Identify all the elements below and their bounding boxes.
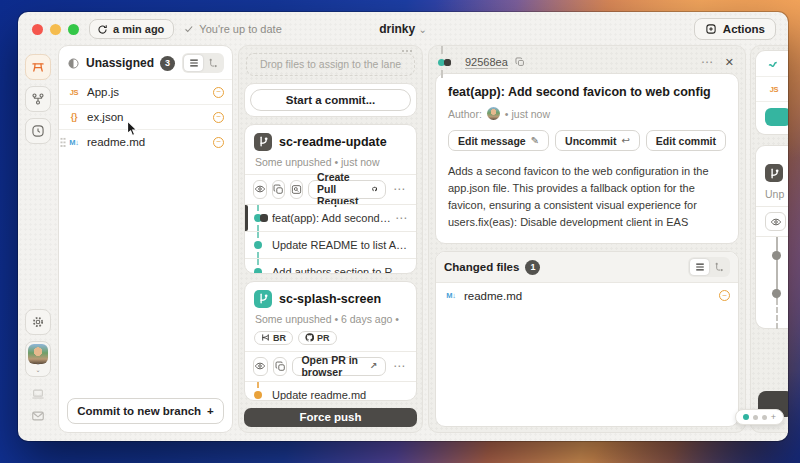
commit-more-button[interactable]: ⋯ — [393, 211, 410, 225]
lane-dot-active[interactable] — [743, 414, 749, 420]
tree-icon — [208, 58, 218, 68]
modified-status-icon: ~ — [213, 137, 224, 148]
unassigned-icon — [67, 57, 80, 70]
author-row: Author: • just now — [448, 107, 726, 120]
zoom-window-button[interactable] — [68, 24, 79, 35]
dropzone-hint: Drop files to assign to the lane — [260, 58, 401, 70]
branch-header[interactable]: sc-splash-screen Some unpushed • 6 days … — [245, 282, 416, 351]
teal-badge — [765, 108, 788, 126]
commit-row[interactable]: Update readme.md — [245, 381, 416, 401]
feedback-button[interactable] — [31, 409, 45, 423]
file-row-exjson[interactable]: {} ex.json ~ — [59, 104, 232, 129]
modified-status-icon: ~ — [719, 290, 730, 301]
list-view-button[interactable] — [690, 259, 709, 275]
uncommit-button[interactable]: Uncommit ↩ — [555, 130, 640, 151]
device-button[interactable] — [31, 387, 45, 401]
branch-header[interactable]: sc-readme-update Some unpushed • just no… — [245, 125, 416, 174]
actions-button[interactable]: Actions — [694, 18, 776, 40]
actions-icon — [705, 23, 717, 35]
next-lane-strip[interactable]: JS Unp — [750, 45, 788, 433]
file-row-readmemd[interactable]: M↓ readme.md ~ — [59, 129, 232, 154]
start-commit-button[interactable]: Start a commit... — [250, 89, 411, 111]
edit-commit-button[interactable]: Edit commit — [646, 130, 726, 151]
lane-dot[interactable] — [753, 415, 758, 420]
branch-more-button[interactable]: ⋯ — [391, 182, 408, 196]
branch-more-button[interactable]: ⋯ — [391, 359, 408, 373]
commit-dot — [254, 268, 262, 274]
branch-badge-icon — [254, 290, 272, 308]
lane-drag-handle[interactable] — [401, 49, 414, 54]
branch-ref-icon — [261, 333, 270, 342]
tree-view-button[interactable] — [709, 259, 728, 275]
copy-sha-icon[interactable] — [515, 57, 525, 67]
changed-file-row[interactable]: M↓ readme.md ~ — [436, 283, 738, 308]
file-row-appjs[interactable]: JS App.js ~ — [59, 79, 232, 104]
file-row[interactable] — [756, 51, 788, 76]
file-dropzone[interactable]: Drop files to assign to the lane — [246, 53, 415, 76]
modified-status-icon: ~ — [213, 87, 224, 98]
commit-dot — [254, 391, 262, 399]
js-file-icon: JS — [67, 88, 81, 97]
branch-ref-pill[interactable]: BR — [254, 331, 293, 345]
tree-icon — [714, 262, 724, 272]
tree-view-button[interactable] — [203, 55, 222, 71]
copy-branch-button[interactable] — [272, 180, 285, 199]
sync-icon — [97, 24, 108, 35]
sync-status: You're up to date — [184, 23, 281, 35]
undo-icon: ↩ — [621, 135, 629, 146]
copy-icon — [273, 184, 284, 195]
minimize-window-button[interactable] — [50, 24, 61, 35]
branch-header[interactable]: Unp — [756, 156, 788, 206]
commit-dot — [772, 289, 781, 298]
list-icon — [189, 58, 199, 68]
settings-button[interactable] — [25, 309, 51, 335]
gear-icon — [31, 315, 45, 329]
review-details-button[interactable] — [290, 180, 303, 199]
commit-message-card: feat(app): Add second favicon to web con… — [435, 73, 739, 244]
add-lane-button[interactable]: + — [771, 412, 776, 422]
branch-badge-icon — [765, 164, 783, 182]
close-details-button[interactable]: ✕ — [723, 56, 736, 69]
file-row[interactable] — [756, 101, 788, 126]
js-file-icon: JS — [767, 85, 781, 94]
commit-graph — [438, 51, 458, 73]
force-push-button[interactable]: Force push — [244, 408, 417, 427]
history-tab[interactable] — [25, 118, 51, 144]
edit-message-button[interactable]: Edit message ✎ — [448, 130, 549, 151]
commit-row-selected[interactable]: feat(app): Add second favico... ⋯ — [245, 204, 416, 231]
branch-name: sc-splash-screen — [279, 292, 381, 306]
workspace-tab[interactable] — [25, 54, 51, 80]
commit-row[interactable]: Update README to list Anne as pr... — [245, 231, 416, 258]
create-pull-request-button[interactable]: Create Pull Request — [308, 180, 386, 199]
review-button[interactable] — [253, 357, 268, 376]
copy-branch-button[interactable] — [273, 357, 288, 376]
commit-graph — [245, 259, 272, 274]
assigned-files-card: JS — [755, 50, 788, 135]
lane-dot[interactable] — [762, 415, 767, 420]
review-button[interactable] — [253, 180, 267, 199]
commit-graph — [756, 236, 788, 328]
selected-commit-marker — [444, 59, 451, 66]
unassigned-count-badge: 3 — [160, 56, 175, 71]
create-pull-request-label: Create Pull Request — [317, 171, 367, 207]
details-more-button[interactable]: ⋯ — [699, 55, 716, 69]
commit-sha-link[interactable]: 92568ea — [465, 56, 508, 68]
file-row[interactable]: JS — [756, 76, 788, 101]
list-view-button[interactable] — [184, 55, 203, 71]
profile-switcher[interactable]: ⌃ ⌄ — [25, 341, 51, 377]
commit-to-new-branch-button[interactable]: Commit to new branch + — [67, 398, 224, 424]
json-file-icon: {} — [67, 112, 81, 122]
pull-request-pill[interactable]: PR — [298, 331, 337, 345]
fetch-button[interactable]: a min ago — [89, 19, 174, 39]
commit-time: • just now — [505, 108, 550, 120]
close-window-button[interactable] — [32, 24, 43, 35]
branch-toolbar: Open PR in browser ↗ ⋯ — [245, 351, 416, 381]
review-button[interactable] — [765, 212, 786, 231]
commit-row[interactable]: Add authors section to README file — [245, 258, 416, 274]
open-pr-in-browser-button[interactable]: Open PR in browser ↗ — [292, 357, 386, 376]
drag-handle-icon[interactable] — [60, 137, 66, 148]
start-commit-label: Start a commit... — [286, 94, 375, 106]
branches-tab[interactable] — [25, 86, 51, 112]
commit-description: Adds a second favicon to the web configu… — [448, 163, 726, 231]
branch-card-sc-splash-screen: sc-splash-screen Some unpushed • 6 days … — [244, 281, 417, 401]
